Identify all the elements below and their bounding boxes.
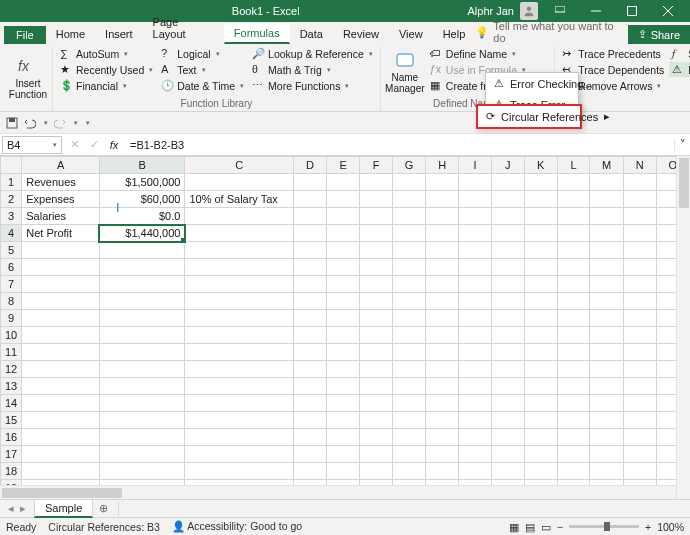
cell[interactable] <box>327 293 360 310</box>
cell[interactable] <box>22 276 100 293</box>
cell[interactable] <box>590 344 623 361</box>
cell[interactable] <box>590 174 623 191</box>
cell[interactable] <box>524 412 557 429</box>
cell[interactable] <box>426 378 459 395</box>
cell[interactable] <box>393 463 426 480</box>
formula-input[interactable]: =B1-B2-B3 <box>124 137 674 153</box>
cell[interactable] <box>459 446 492 463</box>
tab-view[interactable]: View <box>389 24 433 44</box>
col-header-E[interactable]: E <box>327 157 360 174</box>
cell[interactable] <box>459 225 492 242</box>
cell[interactable] <box>294 327 327 344</box>
cell[interactable] <box>185 293 294 310</box>
cell[interactable] <box>327 412 360 429</box>
cell[interactable] <box>426 208 459 225</box>
redo-button[interactable] <box>54 117 66 129</box>
cell[interactable] <box>327 446 360 463</box>
qat-customize-icon[interactable]: ▾ <box>86 119 90 127</box>
cell[interactable] <box>590 310 623 327</box>
cell[interactable] <box>360 361 393 378</box>
col-header-I[interactable]: I <box>459 157 492 174</box>
cell[interactable] <box>185 276 294 293</box>
cell[interactable] <box>327 242 360 259</box>
cell[interactable] <box>557 361 590 378</box>
cell[interactable] <box>327 208 360 225</box>
view-normal-icon[interactable]: ▦ <box>509 521 519 533</box>
cell[interactable] <box>99 412 184 429</box>
cell[interactable] <box>294 174 327 191</box>
cell[interactable] <box>524 361 557 378</box>
vertical-scrollbar[interactable] <box>676 156 690 499</box>
more-functions-button[interactable]: ⋯More Functions▾ <box>249 78 376 93</box>
error-checking-button[interactable]: ⚠Error Checking▾ <box>669 62 690 77</box>
cell[interactable] <box>557 429 590 446</box>
maximize-button[interactable] <box>614 0 650 22</box>
cell[interactable] <box>393 293 426 310</box>
name-box[interactable]: B4▾ <box>2 136 62 154</box>
cell[interactable] <box>590 208 623 225</box>
cell[interactable] <box>590 293 623 310</box>
cell[interactable] <box>623 463 656 480</box>
new-sheet-button[interactable]: ⊕ <box>93 502 114 515</box>
cell[interactable] <box>590 378 623 395</box>
cell[interactable] <box>393 259 426 276</box>
col-header-M[interactable]: M <box>590 157 623 174</box>
cell[interactable] <box>327 276 360 293</box>
cell[interactable] <box>99 344 184 361</box>
col-header-K[interactable]: K <box>524 157 557 174</box>
cell[interactable] <box>393 344 426 361</box>
cell[interactable] <box>393 412 426 429</box>
define-name-button[interactable]: 🏷Define Name▾ <box>427 46 551 61</box>
cell[interactable] <box>623 378 656 395</box>
cell[interactable] <box>22 293 100 310</box>
cell[interactable] <box>360 225 393 242</box>
cell[interactable] <box>491 429 524 446</box>
row-header[interactable]: 17 <box>1 446 22 463</box>
cell[interactable] <box>459 208 492 225</box>
cell[interactable] <box>491 174 524 191</box>
cell[interactable] <box>524 344 557 361</box>
cell[interactable] <box>360 242 393 259</box>
cell[interactable] <box>557 242 590 259</box>
cell[interactable] <box>294 361 327 378</box>
cell[interactable] <box>459 276 492 293</box>
cell[interactable] <box>557 446 590 463</box>
cell[interactable] <box>294 412 327 429</box>
sheet-nav-next-icon[interactable]: ▸ <box>20 502 26 515</box>
cell[interactable] <box>491 259 524 276</box>
cell[interactable] <box>557 310 590 327</box>
tell-me-search[interactable]: 💡 Tell me what you want to do <box>475 20 627 44</box>
cell[interactable] <box>590 429 623 446</box>
cell[interactable] <box>590 276 623 293</box>
cell[interactable] <box>491 361 524 378</box>
cell[interactable] <box>22 378 100 395</box>
cell[interactable] <box>623 361 656 378</box>
cell[interactable] <box>459 174 492 191</box>
cell[interactable] <box>623 242 656 259</box>
cell[interactable] <box>327 310 360 327</box>
cell[interactable] <box>22 327 100 344</box>
cell[interactable] <box>623 344 656 361</box>
cell[interactable] <box>426 293 459 310</box>
cell[interactable]: Net Profit <box>22 225 100 242</box>
sheet-nav-prev-icon[interactable]: ◂ <box>8 502 14 515</box>
minimize-button[interactable] <box>578 0 614 22</box>
cell[interactable] <box>524 208 557 225</box>
cell[interactable] <box>99 327 184 344</box>
expand-formula-bar-icon[interactable]: ˅ <box>674 138 690 151</box>
worksheet-grid[interactable]: ABCDEFGHIJKLMNO 1Revenues$1,500,0002Expe… <box>0 156 690 499</box>
lookup-button[interactable]: 🔎Lookup & Reference▾ <box>249 46 376 61</box>
row-header[interactable]: 4 <box>1 225 22 242</box>
row-header[interactable]: 9 <box>1 310 22 327</box>
cell[interactable] <box>426 412 459 429</box>
cell[interactable]: $1,440,000 <box>99 225 184 242</box>
zoom-value[interactable]: 100% <box>657 521 684 533</box>
cell[interactable] <box>426 276 459 293</box>
view-page-break-icon[interactable]: ▭ <box>541 521 551 533</box>
row-header[interactable]: 11 <box>1 344 22 361</box>
cell[interactable] <box>360 429 393 446</box>
cell[interactable] <box>623 276 656 293</box>
cell[interactable]: $60,000 <box>99 191 184 208</box>
cell[interactable] <box>393 191 426 208</box>
cell[interactable] <box>426 463 459 480</box>
